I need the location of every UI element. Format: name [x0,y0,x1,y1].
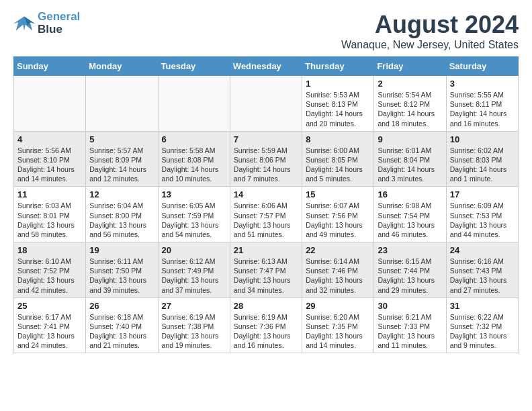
calendar-row-4: 18Sunrise: 6:10 AMSunset: 7:52 PMDayligh… [14,242,519,298]
day-info: Sunrise: 6:15 AMSunset: 7:44 PMDaylight:… [378,257,442,295]
day-number: 19 [89,245,154,255]
day-info: Sunrise: 6:06 AMSunset: 7:57 PMDaylight:… [234,201,298,239]
day-number: 23 [378,245,442,255]
calendar-cell: 12Sunrise: 6:04 AMSunset: 8:00 PMDayligh… [86,187,158,242]
day-number: 4 [17,134,82,144]
calendar-cell: 16Sunrise: 6:08 AMSunset: 7:54 PMDayligh… [374,187,446,242]
weekday-header-monday: Monday [86,57,158,76]
calendar-cell: 21Sunrise: 6:13 AMSunset: 7:47 PMDayligh… [230,242,302,298]
weekday-header-sunday: Sunday [14,57,86,76]
calendar-cell: 22Sunrise: 6:14 AMSunset: 7:46 PMDayligh… [302,242,374,298]
day-number: 24 [450,245,515,255]
day-info: Sunrise: 6:19 AMSunset: 7:38 PMDaylight:… [162,312,226,351]
calendar-cell: 25Sunrise: 6:17 AMSunset: 7:41 PMDayligh… [14,298,86,353]
calendar-cell: 27Sunrise: 6:19 AMSunset: 7:38 PMDayligh… [158,298,230,353]
logo-line1: General [38,10,80,23]
day-info: Sunrise: 6:05 AMSunset: 7:59 PMDaylight:… [162,201,226,239]
day-number: 14 [234,189,298,199]
day-number: 6 [162,134,226,144]
day-info: Sunrise: 6:10 AMSunset: 7:52 PMDaylight:… [17,257,82,295]
calendar-cell: 3Sunrise: 5:55 AMSunset: 8:11 PMDaylight… [446,76,518,132]
title-block: August 2024 Wanaque, New Jersey, United … [341,11,519,51]
calendar-cell: 5Sunrise: 5:57 AMSunset: 8:09 PMDaylight… [86,131,158,187]
weekday-header-wednesday: Wednesday [230,57,302,76]
day-number: 13 [162,189,226,199]
day-info: Sunrise: 5:57 AMSunset: 8:09 PMDaylight:… [89,146,154,184]
month-title: August 2024 [341,11,519,39]
calendar-header-row: SundayMondayTuesdayWednesdayThursdayFrid… [14,57,519,76]
day-number: 29 [306,301,370,311]
day-info: Sunrise: 6:11 AMSunset: 7:50 PMDaylight:… [89,257,154,295]
day-number: 7 [234,134,298,144]
day-info: Sunrise: 6:08 AMSunset: 7:54 PMDaylight:… [378,201,442,239]
day-number: 2 [378,79,442,89]
weekday-header-friday: Friday [374,57,446,76]
weekday-header-tuesday: Tuesday [158,57,230,76]
calendar-cell: 4Sunrise: 5:56 AMSunset: 8:10 PMDaylight… [14,131,86,187]
calendar-cell [86,76,158,132]
calendar-cell: 9Sunrise: 6:01 AMSunset: 8:04 PMDaylight… [374,131,446,187]
calendar-cell: 1Sunrise: 5:53 AMSunset: 8:13 PMDaylight… [302,76,374,132]
day-number: 30 [378,301,442,311]
calendar-cell: 15Sunrise: 6:07 AMSunset: 7:56 PMDayligh… [302,187,374,242]
day-info: Sunrise: 6:19 AMSunset: 7:36 PMDaylight:… [234,312,298,351]
day-number: 15 [306,189,370,199]
day-info: Sunrise: 6:07 AMSunset: 7:56 PMDaylight:… [306,201,370,239]
day-number: 16 [378,189,442,199]
day-number: 17 [450,189,515,199]
day-info: Sunrise: 6:16 AMSunset: 7:43 PMDaylight:… [450,257,515,295]
day-number: 21 [234,245,298,255]
day-number: 20 [162,245,226,255]
calendar-cell: 24Sunrise: 6:16 AMSunset: 7:43 PMDayligh… [446,242,518,298]
calendar-row-5: 25Sunrise: 6:17 AMSunset: 7:41 PMDayligh… [14,298,519,353]
calendar-cell [158,76,230,132]
weekday-header-thursday: Thursday [302,57,374,76]
day-info: Sunrise: 5:55 AMSunset: 8:11 PMDaylight:… [450,90,515,128]
day-number: 5 [89,134,154,144]
day-info: Sunrise: 6:12 AMSunset: 7:49 PMDaylight:… [162,257,226,295]
calendar-cell: 11Sunrise: 6:03 AMSunset: 8:01 PMDayligh… [14,187,86,242]
calendar-cell: 20Sunrise: 6:12 AMSunset: 7:49 PMDayligh… [158,242,230,298]
day-number: 22 [306,245,370,255]
day-number: 12 [89,189,154,199]
day-info: Sunrise: 6:01 AMSunset: 8:04 PMDaylight:… [378,146,442,184]
day-number: 25 [17,301,82,311]
logo-text: General Blue [38,11,80,36]
day-info: Sunrise: 5:56 AMSunset: 8:10 PMDaylight:… [17,146,82,184]
day-info: Sunrise: 6:22 AMSunset: 7:32 PMDaylight:… [450,312,515,351]
day-number: 26 [89,301,154,311]
day-number: 1 [306,79,370,89]
day-info: Sunrise: 6:14 AMSunset: 7:46 PMDaylight:… [306,257,370,295]
day-info: Sunrise: 5:58 AMSunset: 8:08 PMDaylight:… [162,146,226,184]
calendar-cell: 7Sunrise: 5:59 AMSunset: 8:06 PMDaylight… [230,131,302,187]
day-info: Sunrise: 6:03 AMSunset: 8:01 PMDaylight:… [17,201,82,239]
day-number: 27 [162,301,226,311]
day-info: Sunrise: 6:04 AMSunset: 8:00 PMDaylight:… [89,201,154,239]
calendar-cell: 17Sunrise: 6:09 AMSunset: 7:53 PMDayligh… [446,187,518,242]
day-number: 18 [17,245,82,255]
calendar-cell: 13Sunrise: 6:05 AMSunset: 7:59 PMDayligh… [158,187,230,242]
calendar-row-2: 4Sunrise: 5:56 AMSunset: 8:10 PMDaylight… [14,131,519,187]
location-title: Wanaque, New Jersey, United States [341,39,519,51]
calendar-cell: 26Sunrise: 6:18 AMSunset: 7:40 PMDayligh… [86,298,158,353]
day-info: Sunrise: 6:21 AMSunset: 7:33 PMDaylight:… [378,312,442,351]
day-info: Sunrise: 5:59 AMSunset: 8:06 PMDaylight:… [234,146,298,184]
calendar-row-1: 1Sunrise: 5:53 AMSunset: 8:13 PMDaylight… [14,76,519,132]
weekday-header-saturday: Saturday [446,57,518,76]
calendar-cell: 6Sunrise: 5:58 AMSunset: 8:08 PMDaylight… [158,131,230,187]
svg-marker-0 [13,16,35,30]
day-info: Sunrise: 6:09 AMSunset: 7:53 PMDaylight:… [450,201,515,239]
day-info: Sunrise: 6:17 AMSunset: 7:41 PMDaylight:… [17,312,82,351]
day-number: 3 [450,79,515,89]
calendar-cell: 8Sunrise: 6:00 AMSunset: 8:05 PMDaylight… [302,131,374,187]
day-number: 28 [234,301,298,311]
calendar-cell: 19Sunrise: 6:11 AMSunset: 7:50 PMDayligh… [86,242,158,298]
calendar-row-3: 11Sunrise: 6:03 AMSunset: 8:01 PMDayligh… [14,187,519,242]
calendar-cell: 29Sunrise: 6:20 AMSunset: 7:35 PMDayligh… [302,298,374,353]
day-info: Sunrise: 6:00 AMSunset: 8:05 PMDaylight:… [306,146,370,184]
calendar-table: SundayMondayTuesdayWednesdayThursdayFrid… [13,56,519,353]
calendar-cell: 2Sunrise: 5:54 AMSunset: 8:12 PMDaylight… [374,76,446,132]
day-info: Sunrise: 5:54 AMSunset: 8:12 PMDaylight:… [378,90,442,128]
logo-bird-icon [13,14,35,33]
day-number: 31 [450,301,515,311]
